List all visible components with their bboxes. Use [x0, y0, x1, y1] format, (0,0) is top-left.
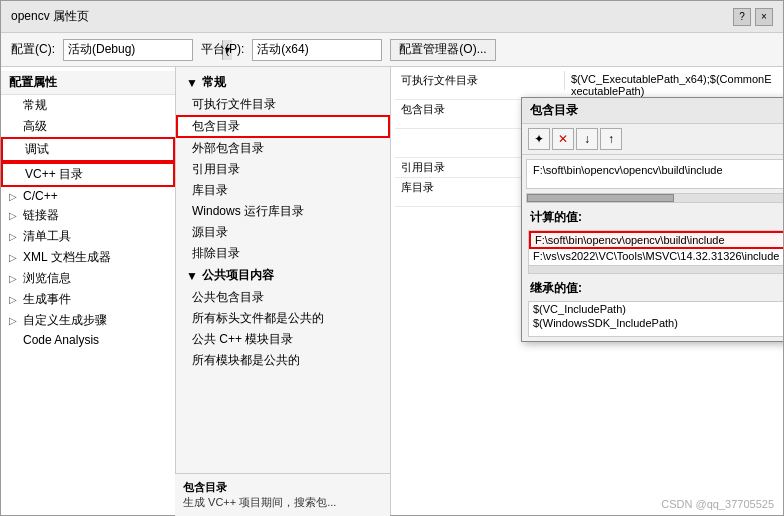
prop-item-lib-dirs[interactable]: 库目录	[176, 180, 390, 201]
prop-item-ref-dirs[interactable]: 引用目录	[176, 159, 390, 180]
tree-item-advanced[interactable]: 高级	[1, 116, 175, 137]
tree-item-label: Code Analysis	[23, 333, 99, 347]
tree-item-general[interactable]: 常规	[1, 95, 175, 116]
prop-item-winrt-dirs[interactable]: Windows 运行库目录	[176, 201, 390, 222]
dialog-toolbar: ✦ ✕ ↓ ↑	[522, 124, 783, 155]
help-button[interactable]: ?	[733, 8, 751, 26]
prop-row-executable: 可执行文件目录 $(VC_ExecutablePath_x64);$(Commo…	[395, 71, 779, 100]
middle-section-arrow: ▼	[186, 76, 198, 90]
tree-item-label: VC++ 目录	[25, 166, 83, 183]
tree-item-cpp[interactable]: ▷ C/C++	[1, 187, 175, 205]
toolbar: 配置(C): ▼ 平台(P): ▼ 配置管理器(O)...	[1, 33, 783, 67]
prop-item-public-include[interactable]: 公共包含目录	[176, 287, 390, 308]
dialog-computed-item-0: F:\soft\bin\opencv\opencv\build\include	[529, 231, 783, 249]
tree-header: 配置属性	[1, 71, 175, 95]
dialog-computed-vscroll[interactable]	[529, 265, 783, 273]
prop-item-all-public-modules[interactable]: 所有模块都是公共的	[176, 350, 390, 371]
watermark: CSDN @qq_37705525	[661, 498, 774, 510]
dialog-title-text: 包含目录	[530, 102, 578, 119]
tree-item-debug[interactable]: 调试	[1, 137, 175, 162]
dialog-title-bar: 包含目录 ? ×	[522, 98, 783, 124]
prop-item-exclude-dirs[interactable]: 排除目录	[176, 243, 390, 264]
dialog-list: F:\soft\bin\opencv\opencv\build\include	[526, 159, 783, 189]
main-window: opencv 属性页 ? × 配置(C): ▼ 平台(P): ▼ 配置管理器(O…	[0, 0, 784, 516]
dialog-inherited-label: 继承的值:	[522, 276, 783, 299]
tree-item-label: 生成事件	[23, 291, 71, 308]
tree-item-label: XML 文档生成器	[23, 249, 111, 266]
dialog-inherited-box: $(VC_IncludePath) $(WindowsSDK_IncludePa…	[528, 301, 783, 337]
tree-item-custom-build[interactable]: ▷ 自定义生成步骤	[1, 310, 175, 331]
dialog-computed-label: 计算的值:	[522, 205, 783, 228]
prop-item-public-cpp-module[interactable]: 公共 C++ 模块目录	[176, 329, 390, 350]
dialog-computed-box: F:\soft\bin\opencv\opencv\build\include …	[528, 230, 783, 274]
tree-item-label: C/C++	[23, 189, 58, 203]
tree-item-label: 调试	[25, 141, 49, 158]
dialog-hscroll-track[interactable]	[526, 193, 783, 203]
middle-panel: ▼ 常规 可执行文件目录 包含目录 外部包含目录 引用目录 库目录 Window…	[176, 67, 391, 515]
close-button[interactable]: ×	[755, 8, 773, 26]
prop-row-name: 可执行文件目录	[395, 71, 565, 90]
dialog-computed-item-1: F:\vs\vs2022\VC\Tools\MSVC\14.32.31326\i…	[529, 249, 783, 263]
right-panel: 可执行文件目录 $(VC_ExecutablePath_x64);$(Commo…	[391, 67, 783, 515]
title-bar: opencv 属性页 ? ×	[1, 1, 783, 33]
platform-combo[interactable]: ▼	[252, 39, 382, 61]
tree-item-label: 高级	[23, 118, 47, 135]
bottom-desc-text: 生成 VC++ 项目期间，搜索包...	[183, 495, 382, 510]
tree-item-label: 链接器	[23, 207, 59, 224]
config-combo[interactable]: ▼	[63, 39, 193, 61]
dialog-add-button[interactable]: ✦	[528, 128, 550, 150]
prop-item-all-public-headers[interactable]: 所有标头文件都是公共的	[176, 308, 390, 329]
middle-section-general: ▼ 常规	[176, 71, 390, 94]
window-title: opencv 属性页	[11, 8, 89, 25]
bottom-desc-title: 包含目录	[183, 480, 382, 495]
platform-input[interactable]	[253, 40, 411, 60]
title-bar-buttons: ? ×	[733, 8, 773, 26]
tree-item-build-events[interactable]: ▷ 生成事件	[1, 289, 175, 310]
platform-label: 平台(P):	[201, 41, 244, 58]
dialog-list-item[interactable]: F:\soft\bin\opencv\opencv\build\include	[529, 162, 783, 178]
include-dirs-dialog: 包含目录 ? × ✦ ✕ ↓ ↑ F:\soft\bin\opencv	[521, 97, 783, 342]
tree-item-code-analysis[interactable]: Code Analysis	[1, 331, 175, 349]
prop-item-include-dirs[interactable]: 包含目录	[176, 115, 390, 138]
dialog-move-down-button[interactable]: ↓	[576, 128, 598, 150]
tree-item-manifest[interactable]: ▷ 清单工具	[1, 226, 175, 247]
prop-item-executable[interactable]: 可执行文件目录	[176, 94, 390, 115]
dialog-inherited-item-1: $(WindowsSDK_IncludePath)	[529, 316, 783, 330]
dialog-delete-button[interactable]: ✕	[552, 128, 574, 150]
tree-item-xml-doc[interactable]: ▷ XML 文档生成器	[1, 247, 175, 268]
middle-section-public: ▼ 公共项目内容	[176, 264, 390, 287]
content-area: 配置属性 常规 高级 调试 VC++ 目录 ▷ C/C++	[1, 67, 783, 515]
config-manager-button[interactable]: 配置管理器(O)...	[390, 39, 495, 61]
config-label: 配置(C):	[11, 41, 55, 58]
tree-item-label: 浏览信息	[23, 270, 71, 287]
prop-item-src-dirs[interactable]: 源目录	[176, 222, 390, 243]
left-panel-tree: 配置属性 常规 高级 调试 VC++ 目录 ▷ C/C++	[1, 67, 176, 515]
prop-item-external-include[interactable]: 外部包含目录	[176, 138, 390, 159]
tree-item-linker[interactable]: ▷ 链接器	[1, 205, 175, 226]
tree-item-label: 常规	[23, 97, 47, 114]
prop-row-value: $(VC_ExecutablePath_x64);$(CommonExecuta…	[565, 71, 779, 99]
tree-item-vcpp-dirs[interactable]: VC++ 目录	[1, 162, 175, 187]
dialog-hscrollbar[interactable]	[522, 193, 783, 205]
dialog-move-up-button[interactable]: ↑	[600, 128, 622, 150]
tree-item-label: 清单工具	[23, 228, 71, 245]
bottom-description: 包含目录 生成 VC++ 项目期间，搜索包...	[176, 473, 390, 515]
tree-item-browse-info[interactable]: ▷ 浏览信息	[1, 268, 175, 289]
dialog-inherited-item-0: $(VC_IncludePath)	[529, 302, 783, 316]
config-input[interactable]	[64, 40, 222, 60]
dialog-hscroll-thumb[interactable]	[527, 194, 674, 202]
tree-item-label: 自定义生成步骤	[23, 312, 107, 329]
